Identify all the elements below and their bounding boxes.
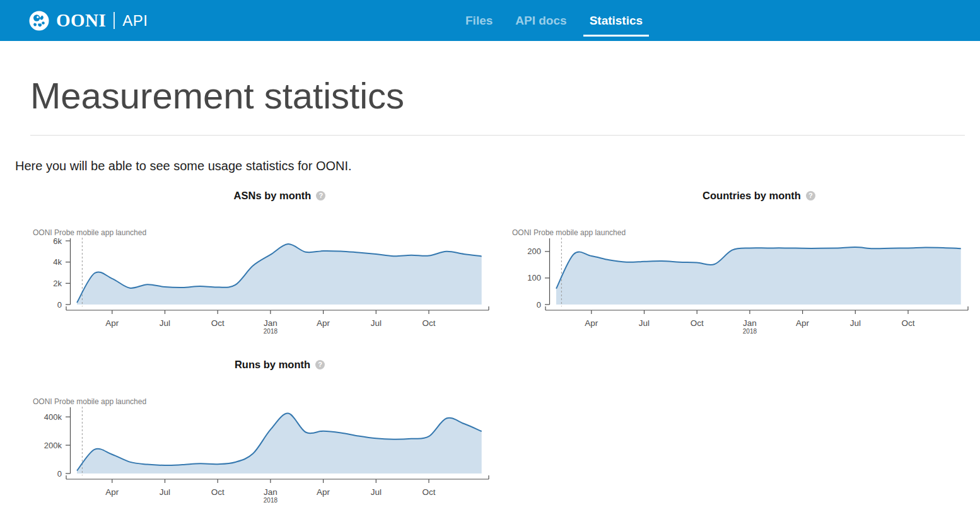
chart-runs-by-month: Runs by month?OONI Probe mobile app laun… — [0, 359, 490, 506]
area-path — [556, 247, 961, 305]
x-tick-label: Oct — [422, 318, 435, 328]
x-tick-label: Oct — [901, 318, 914, 328]
x-tick-label: Jul — [639, 318, 650, 328]
launch-annotation: OONI Probe mobile app launched — [33, 397, 146, 406]
brand[interactable]: OONI API — [28, 10, 148, 32]
intro-text: Here you will be able to see some usage … — [15, 159, 965, 173]
x-tick-label: Jul — [371, 318, 382, 328]
chart-head: ASNs by month? — [0, 190, 490, 202]
x-tick-label: Oct — [211, 487, 225, 497]
x-axis: AprJulOctJan2018AprJulOct — [545, 306, 968, 335]
launch-annotation: OONI Probe mobile app launched — [33, 228, 146, 237]
area-chart-svg: OONI Probe mobile app launched02k4k6kApr… — [0, 225, 490, 337]
x-tick-label: Apr — [105, 487, 119, 497]
x-tick-label: Jan — [743, 318, 757, 328]
x-tick-label: Jul — [160, 487, 170, 497]
y-tick-label: 0 — [57, 299, 62, 309]
x-tick-year-label: 2018 — [264, 497, 278, 504]
y-tick-label: 0 — [57, 468, 62, 478]
x-axis: AprJulOctJan2018AprJulOct — [66, 306, 489, 335]
y-axis: 02k4k6k — [53, 236, 70, 309]
chart-title-label: Countries by month — [703, 190, 801, 202]
brand-name: OONI — [56, 10, 106, 31]
brand-divider — [114, 12, 115, 29]
launch-annotation: OONI Probe mobile app launched — [512, 228, 626, 237]
chart-asns-by-month: ASNs by month?OONI Probe mobile app laun… — [0, 190, 490, 337]
x-tick-label: Jul — [160, 318, 170, 328]
y-axis: 0200k400k — [44, 407, 71, 479]
ooni-logo-icon — [28, 10, 50, 32]
help-icon[interactable]: ? — [316, 191, 325, 200]
nav-item-files[interactable]: Files — [465, 14, 493, 28]
area-path — [77, 413, 482, 473]
chart-head: Runs by month? — [0, 359, 490, 371]
x-tick-label: Jan — [264, 487, 277, 497]
y-tick-label: 4k — [53, 257, 62, 267]
y-axis: 0100200 — [527, 238, 549, 310]
y-tick-label: 200k — [44, 440, 62, 450]
y-tick-label: 100 — [527, 273, 541, 282]
y-tick-label: 200 — [527, 247, 541, 256]
nav-item-api-docs[interactable]: API docs — [515, 14, 566, 28]
chart-head: Countries by month? — [479, 190, 969, 202]
app-header: OONI API FilesAPI docsStatistics — [0, 0, 980, 41]
area-path — [77, 244, 482, 305]
help-icon[interactable]: ? — [315, 360, 325, 369]
x-tick-label: Oct — [422, 487, 435, 497]
x-tick-label: Oct — [691, 318, 704, 328]
x-tick-label: Apr — [317, 318, 330, 328]
y-tick-label: 2k — [53, 279, 62, 288]
page-title: Measurement statistics — [30, 76, 965, 116]
area-chart-svg: OONI Probe mobile app launched0200k400kA… — [0, 394, 490, 506]
x-tick-label: Jan — [264, 318, 277, 328]
x-tick-year-label: 2018 — [264, 328, 278, 335]
x-tick-label: Jul — [371, 487, 382, 497]
main-nav: FilesAPI docsStatistics — [465, 0, 643, 41]
y-tick-label: 400k — [44, 412, 62, 422]
x-tick-label: Apr — [585, 318, 598, 328]
y-tick-label: 0 — [537, 299, 541, 309]
x-tick-label: Oct — [211, 318, 225, 328]
x-tick-label: Jul — [850, 318, 861, 328]
main-content: Measurement statistics Here you will be … — [0, 76, 980, 506]
x-tick-year-label: 2018 — [743, 328, 757, 335]
x-tick-label: Apr — [796, 318, 810, 328]
brand-sub-api: API — [122, 12, 148, 30]
help-icon[interactable]: ? — [806, 191, 815, 200]
chart-countries-by-month: Countries by month?OONI Probe mobile app… — [479, 190, 969, 337]
charts-grid: ASNs by month?OONI Probe mobile app laun… — [0, 190, 965, 506]
chart-title-label: ASNs by month — [234, 190, 312, 202]
chart-title-label: Runs by month — [235, 359, 310, 371]
x-tick-label: Apr — [317, 487, 330, 497]
y-tick-label: 6k — [53, 236, 62, 245]
x-tick-label: Apr — [105, 318, 119, 328]
x-axis: AprJulOctJan2018AprJulOct — [66, 475, 489, 504]
title-divider — [30, 135, 965, 136]
area-chart-svg: OONI Probe mobile app launched0100200Apr… — [479, 225, 969, 337]
nav-item-statistics[interactable]: Statistics — [590, 14, 643, 28]
